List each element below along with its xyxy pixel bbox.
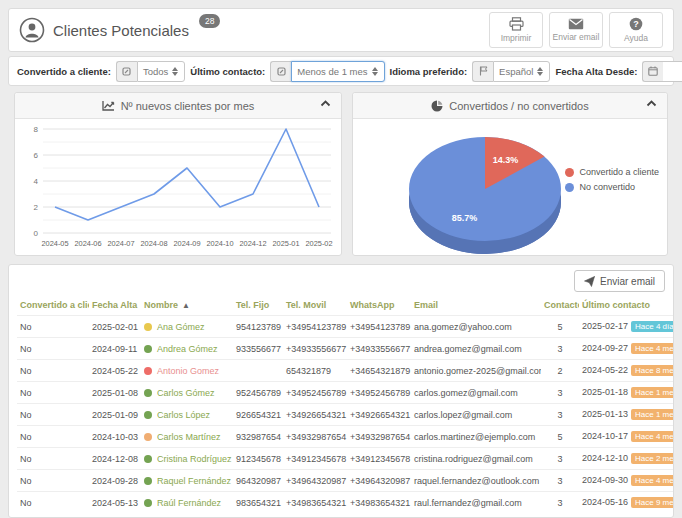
line-chart: 024682024-052024-062024-072024-082024-09…	[15, 119, 341, 255]
client-name-link[interactable]: Raúl Fernández	[157, 498, 221, 508]
cell-contactos: 5	[541, 426, 579, 448]
cell-email: carlos.gomez@gmail.com	[411, 382, 541, 404]
converted-filter-select[interactable]: Todos	[137, 61, 185, 82]
chevron-up-icon[interactable]	[646, 100, 657, 107]
send-email-table-button[interactable]: Enviar email	[574, 270, 665, 292]
cell-whatsapp: +34654321879	[347, 360, 411, 382]
svg-text:2024-05: 2024-05	[41, 239, 68, 248]
cell-whatsapp: +34926654321	[347, 404, 411, 426]
client-name-link[interactable]: Raquel Fernández	[157, 476, 231, 486]
date-from-input[interactable]	[663, 61, 682, 82]
calendar-icon	[642, 61, 663, 82]
clients-table: Convertido a clienteFecha AltaNombre▲Tel…	[17, 295, 674, 514]
status-dot-icon	[144, 455, 152, 463]
legend-item-converted: Convertido a cliente	[565, 167, 659, 177]
print-button[interactable]: Imprimir	[489, 12, 543, 48]
cell-email: raquel.fernandez@outlook.com	[411, 470, 541, 492]
cell-convertido: No	[17, 426, 89, 448]
cell-contactos: 3	[541, 470, 579, 492]
cell-ultimo-contacto: 2025-02-17Hace 4 días	[579, 316, 674, 338]
svg-text:2024-08: 2024-08	[140, 239, 167, 248]
chevron-up-icon[interactable]	[320, 100, 331, 107]
cell-email: carlos.martinez@ejemplo.com	[411, 426, 541, 448]
line-chart-title: Nº nuevos clientes por mes	[121, 100, 255, 112]
cell-email: antonio.gomez-2025@gmail.com	[411, 360, 541, 382]
cell-fecha-alta: 2024-12-08	[89, 448, 141, 470]
cell-ultimo-contacto: 2024-10-17Hace 4 meses	[579, 426, 674, 448]
select-arrows-icon	[537, 67, 544, 76]
legend-item-not-converted: No convertido	[565, 182, 659, 192]
last-contact-filter-select[interactable]: Menos de 1 mes	[291, 61, 384, 82]
filter-bar: Convertido a cliente: Todos Último conta…	[8, 56, 674, 86]
cell-whatsapp: +34912345678	[347, 448, 411, 470]
pie-chart-title: Convertidos / no convertidos	[449, 100, 588, 112]
svg-text:2024-06: 2024-06	[74, 239, 101, 248]
cell-tel-movil: +34926654321	[283, 404, 347, 426]
column-header-tel-fijo[interactable]: Tel. Fijo	[233, 295, 283, 316]
table-row: No2024-09-11Andrea Gómez933556677+349335…	[17, 338, 674, 360]
client-name-link[interactable]: Carlos Martínez	[157, 432, 221, 442]
flag-icon[interactable]	[472, 61, 493, 82]
client-name-link[interactable]: Carlos López	[157, 410, 210, 420]
cell-contactos: 3	[541, 338, 579, 360]
status-dot-icon	[144, 433, 152, 441]
table-row: No2024-05-22Antonio Gomez654321879+34654…	[17, 360, 674, 382]
status-dot-icon	[144, 477, 152, 485]
help-icon: ?	[629, 17, 643, 31]
cell-tel-fijo: 933556677	[233, 338, 283, 360]
column-header-fecha-alta[interactable]: Fecha Alta	[89, 295, 141, 316]
line-chart-panel-header[interactable]: Nº nuevos clientes por mes	[15, 93, 341, 119]
cell-nombre: Raquel Fernández	[141, 470, 233, 492]
client-name-link[interactable]: Andrea Gómez	[157, 344, 218, 354]
printer-icon	[509, 17, 524, 31]
status-dot-icon	[144, 499, 152, 507]
svg-text:8: 8	[34, 125, 39, 134]
status-dot-icon	[144, 411, 152, 419]
client-name-link[interactable]: Ana Gómez	[157, 322, 205, 332]
cell-fecha-alta: 2025-02-01	[89, 316, 141, 338]
client-name-link[interactable]: Antonio Gomez	[157, 366, 219, 376]
svg-text:2025-02: 2025-02	[305, 239, 332, 248]
count-badge: 28	[199, 14, 220, 28]
cell-whatsapp: +34954123789	[347, 316, 411, 338]
send-email-header-button[interactable]: Enviar email	[549, 12, 603, 48]
converted-filter-value: Todos	[143, 66, 168, 77]
table-row: No2024-10-03Carlos Martínez932987654+349…	[17, 426, 674, 448]
cell-tel-fijo: 912345678	[233, 448, 283, 470]
column-header-whatsapp[interactable]: WhatsApp	[347, 295, 411, 316]
last-contact-badge: Hace 4 días	[631, 321, 674, 332]
client-name-link[interactable]: Carlos Gómez	[157, 388, 215, 398]
column-header-convertido-a-cliente[interactable]: Convertido a cliente	[17, 295, 89, 316]
help-button[interactable]: ? Ayuda	[609, 12, 663, 48]
status-dot-icon	[144, 389, 152, 397]
column-header--ltimo-contacto[interactable]: Último contacto	[579, 295, 674, 316]
cell-whatsapp: +34952456789	[347, 382, 411, 404]
column-header-tel-movil[interactable]: Tel. Movil	[283, 295, 347, 316]
svg-text:2: 2	[34, 203, 39, 212]
clear-filter-icon[interactable]	[116, 61, 137, 82]
column-header-contactos[interactable]: Contactos	[541, 295, 579, 316]
cell-ultimo-contacto: 2025-01-13Hace 1 mes	[579, 404, 674, 426]
svg-text:0: 0	[34, 229, 39, 238]
cell-fecha-alta: 2024-09-28	[89, 470, 141, 492]
cell-tel-movil: +34912345678	[283, 448, 347, 470]
cell-email: raul.fernandez@gmail.com	[411, 492, 541, 514]
column-header-nombre[interactable]: Nombre▲	[141, 295, 233, 316]
last-contact-badge: Hace 4 meses	[631, 475, 674, 486]
clear-filter-icon[interactable]	[270, 61, 291, 82]
status-dot-icon	[144, 323, 152, 331]
cell-fecha-alta: 2025-01-08	[89, 382, 141, 404]
paper-plane-icon	[584, 276, 595, 287]
cell-email: cristina.rodriguez@gmail.com	[411, 448, 541, 470]
language-filter-select[interactable]: Español	[493, 61, 550, 82]
cell-contactos: 5	[541, 316, 579, 338]
pie-chart-panel-header[interactable]: Convertidos / no convertidos	[353, 93, 667, 119]
cell-convertido: No	[17, 404, 89, 426]
language-filter-value: Español	[499, 66, 533, 77]
column-header-email[interactable]: Email	[411, 295, 541, 316]
cell-convertido: No	[17, 316, 89, 338]
pie-chart: 14.3%85.7%	[385, 119, 595, 255]
table-row: No2024-05-13Raúl Fernández983654321+3498…	[17, 492, 674, 514]
last-contact-badge: Hace 8 meses	[631, 365, 674, 376]
client-name-link[interactable]: Cristina Rodríguez	[157, 454, 232, 464]
